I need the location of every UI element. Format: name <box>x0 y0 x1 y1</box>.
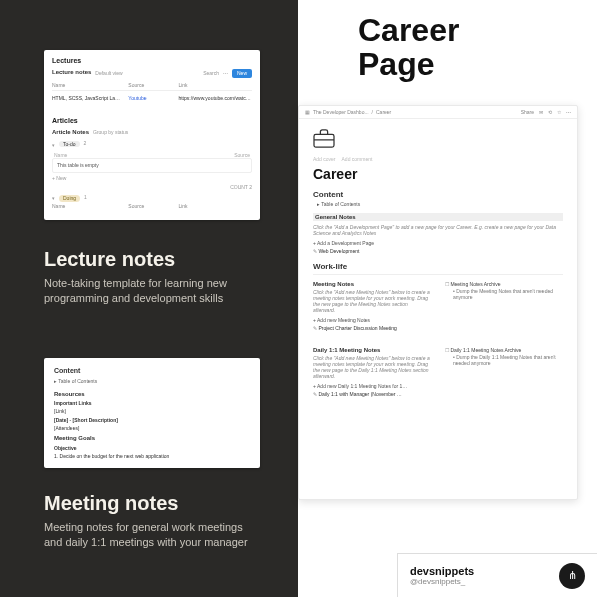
lectures-view[interactable]: Default view <box>95 70 122 77</box>
page-title: CareerPage <box>358 14 459 81</box>
empty-card: This table is empty <box>52 158 252 173</box>
daily-desc: Click the "Add new Meeting Notes" below … <box>313 355 431 380</box>
doing-columns: Name Source Link <box>52 203 252 212</box>
count-label: COUNT <box>230 184 249 190</box>
group-doing-count: 1 <box>84 194 87 201</box>
col-link: Link <box>178 203 252 210</box>
content-heading: Content <box>313 190 563 199</box>
group-doing[interactable]: Doing <box>59 195 80 202</box>
share-button[interactable]: Share <box>521 109 534 115</box>
meeting-notes-heading: Meeting Notes <box>313 281 431 287</box>
meeting-notes-desc: Meeting notes for general work meetings … <box>44 520 254 550</box>
toc-link[interactable]: Table of Contents <box>321 201 360 207</box>
col-source: Source <box>128 82 170 89</box>
breadcrumb-2[interactable]: Career <box>376 109 391 115</box>
chevron-down-icon[interactable]: ▾ <box>52 142 55 149</box>
updates-icon[interactable]: ✉ <box>539 109 543 115</box>
new-hint[interactable]: + New <box>52 175 252 182</box>
career-topbar: ▦ The Developer Dashbo... / Career Share… <box>299 106 577 119</box>
col-name: Name <box>54 152 67 159</box>
chevron-down-icon[interactable]: ▾ <box>52 195 55 202</box>
meeting-archive-toggle[interactable]: Meeting Notes Archive <box>445 281 563 287</box>
worklife-heading: Work-life <box>313 262 563 271</box>
meeting-resources-h: Resources <box>54 391 250 399</box>
col-source: Source <box>128 203 170 210</box>
brand-handle: @devsnippets_ <box>410 577 474 586</box>
web-dev-page[interactable]: Web Development <box>313 248 563 254</box>
articles-db-title: Article Notes <box>52 129 89 137</box>
svg-rect-0 <box>314 134 334 147</box>
general-desc: Click the "Add a Development Page" to ad… <box>313 224 563 237</box>
articles-db-header: Article Notes Group by status <box>52 129 252 137</box>
daily-heading: Daily 1:1 Meeting Notes <box>313 347 431 353</box>
lectures-search[interactable]: Search <box>203 70 219 77</box>
articles-heading: Articles <box>52 116 252 125</box>
clock-icon[interactable]: ⟲ <box>548 109 552 115</box>
brand-footer: devsnippets @devsnippets_ ⋔ <box>397 553 597 597</box>
table-row[interactable]: HTML, SCSS, JavaScript Landing Page Tuto… <box>52 93 252 104</box>
add-cover[interactable]: Add cover <box>313 156 336 162</box>
dots-icon[interactable]: ⋯ <box>566 109 571 115</box>
lectures-panel: Lectures Lecture notes Default view Sear… <box>44 50 260 220</box>
brand-logo-icon: ⋔ <box>559 563 585 589</box>
objective: Objective <box>54 445 250 452</box>
briefcase-icon <box>313 129 335 149</box>
meeting-goals-h: Meeting Goals <box>54 435 250 443</box>
dots-icon[interactable]: ⋯ <box>223 70 228 77</box>
add-dev-page[interactable]: + Add a Development Page <box>313 240 563 246</box>
daily-item[interactable]: Daily 1:1 with Manager (November … <box>313 391 431 397</box>
important-links: Important Links <box>54 400 250 407</box>
attendees: [Attendees] <box>54 425 250 432</box>
row-source: Youtube <box>128 95 170 102</box>
col-link: Link <box>178 82 252 89</box>
count-value: 2 <box>249 184 252 190</box>
meeting-panel: Content ▸ Table of Contents Resources Im… <box>44 358 260 468</box>
meeting-notes-title: Meeting notes <box>44 492 178 515</box>
meeting-desc: Click the "Add new Meeting Notes" below … <box>313 289 431 314</box>
meeting-content-h: Content <box>54 366 250 375</box>
career-panel: ▦ The Developer Dashbo... / Career Share… <box>298 105 578 500</box>
add-meeting-notes[interactable]: + Add new Meeting Notes <box>313 317 431 323</box>
objective-1: 1. Decide on the budget for the next web… <box>54 453 250 460</box>
page-icon: ▦ <box>305 109 310 115</box>
add-comment[interactable]: Add comment <box>342 156 373 162</box>
group-todo[interactable]: To-do <box>59 141 80 148</box>
meeting-item[interactable]: Project Charter Discussion Meeting <box>313 325 431 331</box>
brand-name: devsnippets <box>410 565 474 577</box>
col-name: Name <box>52 203 120 210</box>
right-column: CareerPage ▦ The Developer Dashbo... / C… <box>298 0 597 597</box>
col-name: Name <box>52 82 120 89</box>
important-link-item: [Link] <box>54 408 250 415</box>
left-column: Lectures Lecture notes Default view Sear… <box>0 0 298 597</box>
lectures-heading: Lectures <box>52 56 252 65</box>
daily-archive-sub: • Dump the Daily 1:1 Meeting Notes that … <box>453 354 563 367</box>
lectures-new-button[interactable]: New <box>232 69 252 78</box>
divider <box>313 274 563 275</box>
daily-archive-toggle[interactable]: Daily 1:1 Meeting Notes Archive <box>445 347 563 353</box>
career-title: Career <box>313 166 563 182</box>
meeting-archive-sub: • Dump the Meeting Notes that aren't nee… <box>453 288 563 301</box>
col-source: Source <box>234 152 250 159</box>
row-name: HTML, SCSS, JavaScript Landing Page Tuto… <box>52 95 120 102</box>
star-icon[interactable]: ☆ <box>557 109 561 115</box>
lectures-db-header: Lecture notes Default view Search ⋯ New <box>52 69 252 78</box>
lecture-notes-desc: Note-taking template for learning new pr… <box>44 276 254 306</box>
add-daily-notes[interactable]: + Add new Daily 1:1 Meeting Notes for 1… <box>313 383 431 389</box>
row-link: https://www.youtube.com/watch?vxxx281b43… <box>178 95 252 102</box>
articles-view[interactable]: Group by status <box>93 129 128 136</box>
lectures-db-title: Lecture notes <box>52 69 91 77</box>
general-notes-heading: General Notes <box>313 213 563 221</box>
lecture-notes-title: Lecture notes <box>44 248 175 271</box>
breadcrumb-sep: / <box>372 109 373 115</box>
lectures-columns: Name Source Link <box>52 82 252 92</box>
breadcrumb-1[interactable]: The Developer Dashbo... <box>313 109 369 115</box>
meeting-toc[interactable]: Table of Contents <box>58 378 97 384</box>
group-todo-count: 2 <box>84 140 87 147</box>
empty-text: This table is empty <box>57 162 99 168</box>
date-line: [Date] - [Short Description] <box>54 417 250 424</box>
